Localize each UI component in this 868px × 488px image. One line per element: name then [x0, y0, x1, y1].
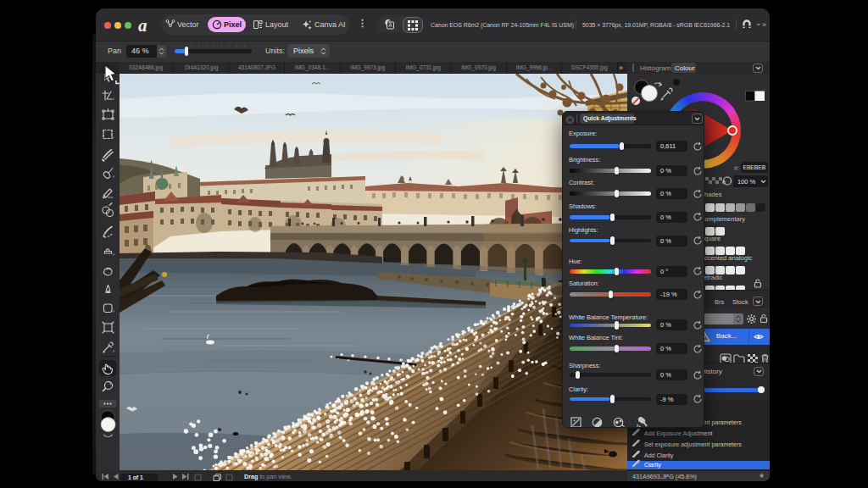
svg-text:A: A	[388, 22, 392, 28]
